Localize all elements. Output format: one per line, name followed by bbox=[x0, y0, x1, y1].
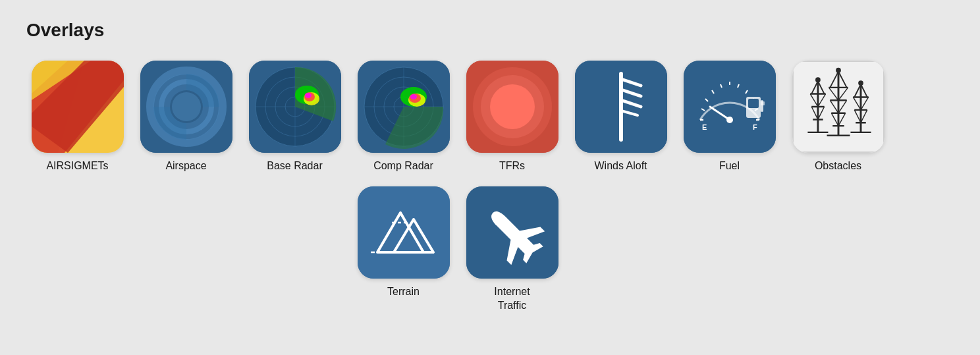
overlay-item-base-radar[interactable]: Base Radar bbox=[244, 61, 346, 173]
overlay-label-winds-aloft: Winds Aloft bbox=[594, 159, 647, 173]
svg-point-19 bbox=[305, 93, 312, 98]
svg-text:E: E bbox=[702, 123, 707, 131]
overlay-item-comp-radar[interactable]: Comp Radar bbox=[352, 61, 454, 173]
overlay-label-comp-radar: Comp Radar bbox=[373, 159, 433, 173]
overlay-icon-tfrs bbox=[466, 61, 558, 153]
svg-rect-59 bbox=[748, 99, 759, 108]
overlay-icon-base-radar bbox=[249, 61, 341, 153]
overlays-row-2: Terrain Internet Traffic bbox=[352, 186, 954, 313]
svg-point-31 bbox=[410, 94, 417, 99]
svg-point-88 bbox=[836, 68, 841, 73]
svg-text:F: F bbox=[753, 123, 757, 131]
overlay-icon-comp-radar bbox=[358, 61, 450, 153]
overlay-label-base-radar: Base Radar bbox=[267, 159, 323, 173]
svg-point-35 bbox=[490, 84, 535, 129]
svg-point-57 bbox=[726, 117, 733, 123]
overlay-item-obstacles[interactable]: Obstacles bbox=[787, 61, 889, 173]
overlay-label-tfrs: TFRs bbox=[499, 159, 525, 173]
svg-point-100 bbox=[858, 80, 863, 86]
overlay-icon-obstacles bbox=[792, 61, 885, 153]
overlay-icon-airsigmets bbox=[32, 61, 124, 153]
overlay-label-obstacles: Obstacles bbox=[815, 159, 861, 173]
overlay-label-airsigmets: AIRSIGMETs bbox=[46, 159, 108, 173]
overlay-label-airspace: Airspace bbox=[165, 159, 206, 173]
svg-point-7 bbox=[172, 92, 201, 121]
overlay-icon-airspace bbox=[140, 61, 232, 153]
page-title: Overlays bbox=[26, 20, 954, 41]
overlay-icon-terrain bbox=[358, 186, 450, 279]
overlay-item-airspace[interactable]: Airspace bbox=[135, 61, 237, 173]
overlay-label-internet-traffic: Internet Traffic bbox=[494, 285, 530, 313]
svg-point-73 bbox=[815, 77, 821, 82]
overlay-item-winds-aloft[interactable]: Winds Aloft bbox=[570, 61, 672, 173]
overlay-item-terrain[interactable]: Terrain bbox=[352, 186, 454, 299]
svg-rect-61 bbox=[761, 101, 765, 105]
overlay-item-fuel[interactable]: E F Fuel bbox=[678, 61, 780, 173]
overlay-item-tfrs[interactable]: TFRs bbox=[461, 61, 563, 173]
overlay-item-internet-traffic[interactable]: Internet Traffic bbox=[461, 186, 563, 313]
overlay-label-terrain: Terrain bbox=[387, 285, 420, 299]
overlay-item-airsigmets[interactable]: AIRSIGMETs bbox=[26, 61, 128, 173]
overlay-icon-fuel: E F bbox=[684, 61, 776, 153]
svg-rect-102 bbox=[358, 186, 450, 279]
overlays-row-1: AIRSIGMETs bbox=[26, 61, 954, 173]
overlay-label-fuel: Fuel bbox=[719, 159, 740, 173]
overlays-grid: AIRSIGMETs bbox=[26, 61, 954, 312]
overlay-icon-internet-traffic bbox=[466, 186, 558, 279]
overlay-icon-winds-aloft bbox=[575, 61, 667, 153]
